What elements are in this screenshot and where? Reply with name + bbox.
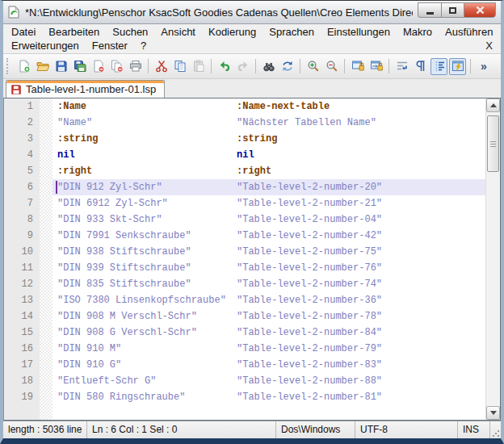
indent-guide-button[interactable]: [430, 58, 447, 75]
toolbar-overflow-chevron[interactable]: »: [481, 60, 487, 73]
redo-button[interactable]: [234, 58, 251, 75]
close-document-button[interactable]: [90, 58, 107, 75]
code-col2: "Table-level-2-number-84": [237, 327, 382, 338]
print-button[interactable]: [127, 58, 144, 75]
code-col1: "DIN 933 Skt-Schr": [57, 212, 237, 228]
menu-item-bearbeiten[interactable]: Bearbeiten: [42, 26, 106, 38]
new-file-button[interactable]: [15, 58, 32, 75]
menu-item-suchen[interactable]: Suchen: [106, 26, 154, 38]
menu-item-ansicht[interactable]: Ansicht: [154, 26, 202, 38]
code-col2: "Table-level-2-number-75": [237, 246, 382, 258]
code-col2: "Table-level-2-number-21": [237, 198, 382, 209]
code-line[interactable]: "DIN 910 M""Table-level-2-number-79": [52, 341, 485, 357]
copy-icon: [174, 60, 187, 73]
code-col1: :string: [57, 131, 237, 147]
menu-item-textfx[interactable]: TextFX: [499, 26, 504, 38]
zoom-out-button[interactable]: [323, 58, 340, 75]
code-line[interactable]: nilnil: [52, 147, 485, 163]
code-line[interactable]: "DIN 938 Stiftschraube""Table-level-2-nu…: [52, 244, 485, 260]
tab-table-level-1-number-01[interactable]: Table-level-1-number-01.lsp: [6, 80, 165, 98]
code-area[interactable]: :Name:Name-next-table"Name""Nächster Tab…: [52, 98, 485, 420]
code-col1: "DIN 580 Ringschraube": [57, 389, 237, 405]
code-line[interactable]: "DIN 6912 Zyl-Schr""Table-level-2-number…: [52, 195, 485, 212]
menu-item-einstellungen[interactable]: Einstellungen: [321, 26, 397, 38]
show-all-characters-button[interactable]: [412, 58, 429, 75]
line-number: 14: [4, 308, 40, 325]
code-col2: :right: [237, 165, 271, 177]
find-button[interactable]: [260, 58, 277, 75]
code-line[interactable]: :Name:Name-next-table: [52, 98, 485, 115]
code-line[interactable]: "DIN 908 M Verschl-Schr""Table-level-2-n…: [52, 308, 485, 325]
code-line[interactable]: :string:string: [52, 131, 485, 147]
scrollbar-thumb[interactable]: [487, 115, 499, 172]
tab-bar: Table-level-1-number-01.lsp: [3, 79, 501, 98]
replace-icon: [281, 60, 294, 73]
code-line[interactable]: "DIN 580 Ringschraube""Table-level-2-num…: [52, 389, 485, 405]
code-line[interactable]: "DIN 835 Stiftschraube""Table-level-2-nu…: [52, 276, 485, 292]
code-line[interactable]: "Entlueft-Schr G""Table-level-2-number-8…: [52, 373, 485, 389]
menu-item-kodierung[interactable]: Kodierung: [202, 26, 262, 38]
toolbar-grip[interactable]: [6, 58, 11, 74]
menu-item-datei[interactable]: Datei: [5, 26, 42, 38]
save-all-button[interactable]: [71, 58, 88, 75]
line-number: 2: [4, 115, 40, 131]
close-window-button[interactable]: [464, 2, 496, 18]
cut-icon: [155, 60, 168, 73]
paste-button[interactable]: [190, 58, 207, 75]
code-line[interactable]: "DIN 7991 Senkschraube""Table-level-2-nu…: [52, 228, 485, 244]
undo-button[interactable]: [216, 58, 233, 75]
function-completion-button[interactable]: [449, 58, 466, 75]
resize-grip[interactable]: [490, 421, 501, 438]
code-col2: "Table-level-2-number-36": [237, 295, 382, 306]
scroll-down-button[interactable]: [486, 406, 500, 420]
sync-horizontal-scroll-button[interactable]: [368, 58, 384, 75]
word-wrap-button[interactable]: [393, 58, 410, 75]
code-line[interactable]: "ISO 7380 Linsenkopfschraube""Table-leve…: [52, 292, 485, 308]
find-icon: [262, 60, 275, 73]
fold-margin[interactable]: [40, 98, 52, 420]
scroll-up-button[interactable]: [486, 98, 500, 112]
cut-button[interactable]: [153, 58, 170, 75]
code-line[interactable]: "DIN 939 Stiftschraube""Table-level-2-nu…: [52, 260, 485, 276]
maximize-button[interactable]: [441, 2, 464, 18]
unsaved-file-icon: [10, 84, 22, 95]
menu-item-ausf-hren[interactable]: Ausführen: [439, 26, 499, 38]
menu-item-makro[interactable]: Makro: [397, 26, 439, 38]
close-all-documents-button[interactable]: [108, 58, 125, 75]
menu-item-erweiterungen[interactable]: Erweiterungen: [5, 40, 86, 52]
save-button[interactable]: [52, 58, 69, 75]
arrow-up-icon: [490, 103, 497, 107]
zoom-in-icon: [307, 60, 320, 73]
paste-icon: [192, 60, 205, 73]
copy-button[interactable]: [171, 58, 188, 75]
open-file-button[interactable]: [34, 58, 51, 75]
replace-button[interactable]: [279, 58, 296, 75]
line-number: 17: [4, 357, 40, 373]
line-number: 7: [4, 195, 40, 212]
code-line[interactable]: :right:right: [52, 163, 485, 179]
code-line[interactable]: "DIN 912 Zyl-Schr""Table-level-2-number-…: [52, 179, 485, 195]
code-line[interactable]: "DIN 910 G""Table-level-2-number-83": [52, 357, 485, 373]
minimize-button[interactable]: [418, 2, 441, 18]
code-line[interactable]: "Name""Nächster Tabellen Name": [52, 115, 485, 131]
code-col2: "Nächster Tabellen Name": [237, 117, 376, 128]
status-length: length : 5036 line: [3, 421, 87, 438]
line-number: 8: [4, 212, 40, 228]
vertical-scrollbar[interactable]: [485, 98, 500, 420]
line-number-gutter[interactable]: 12345678910111213141516171819: [4, 98, 40, 420]
menu-item-fenster[interactable]: Fenster: [86, 40, 134, 52]
zoom-in-button[interactable]: [304, 58, 321, 75]
menu-close-document-x[interactable]: X: [477, 40, 501, 52]
code-col1: "Entlueft-Schr G": [57, 373, 237, 389]
sync-vertical-scroll-button[interactable]: [349, 58, 366, 75]
line-number: 19: [4, 389, 40, 405]
code-line[interactable]: "DIN 933 Skt-Schr""Table-level-2-number-…: [52, 212, 485, 228]
maximize-icon: [449, 7, 456, 14]
line-number: 1: [4, 98, 40, 115]
line-number: 5: [4, 163, 40, 179]
line-number: 12: [4, 276, 40, 292]
code-line[interactable]: "DIN 908 G Verschl-Schr""Table-level-2-n…: [52, 325, 485, 341]
menu-item-item[interactable]: ?: [134, 40, 153, 52]
arrow-down-icon: [490, 411, 497, 415]
menu-item-sprachen[interactable]: Sprachen: [262, 26, 321, 38]
